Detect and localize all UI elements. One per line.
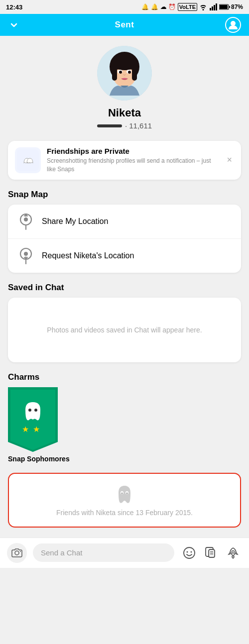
camera-button[interactable] xyxy=(7,543,27,563)
friendship-icon xyxy=(15,147,41,173)
svg-point-18 xyxy=(128,71,131,74)
svg-point-7 xyxy=(231,21,236,26)
svg-text:★: ★ xyxy=(22,425,29,433)
svg-rect-44 xyxy=(209,549,215,557)
wifi-icon xyxy=(199,3,207,10)
page-header: Sent xyxy=(0,14,249,36)
svg-point-36 xyxy=(122,492,123,494)
bitmoji-svg xyxy=(97,46,152,101)
svg-rect-1 xyxy=(212,6,213,10)
snap-map-card: Share My Location Request Niketa's Locat… xyxy=(8,205,241,273)
share-location-icon xyxy=(17,213,35,230)
ghost-svg xyxy=(116,484,133,505)
svg-point-17 xyxy=(119,71,122,74)
svg-point-38 xyxy=(15,551,19,555)
sticker-icon xyxy=(205,546,218,559)
chat-input-placeholder: Send a Chat xyxy=(41,548,82,557)
svg-text:★: ★ xyxy=(33,425,40,433)
signal-icon xyxy=(209,3,217,10)
svg-point-47 xyxy=(232,550,235,553)
svg-point-39 xyxy=(20,551,21,552)
svg-marker-29 xyxy=(10,390,55,450)
charm-badge: ★ ★ xyxy=(8,387,58,452)
request-location-label: Request Niketa's Location xyxy=(42,251,134,260)
svg-rect-3 xyxy=(216,3,217,10)
emoji-icon xyxy=(183,546,196,559)
sticker-button[interactable] xyxy=(202,544,220,562)
svg-point-37 xyxy=(126,492,128,494)
friends-since-text: Friends with Niketa since 13 February 20… xyxy=(56,509,193,517)
charms-section-title: Charms xyxy=(0,372,249,382)
battery-icon: 87% xyxy=(219,3,243,10)
cloud-icon: ☁ xyxy=(160,3,166,10)
profile-section: Niketa · 11,611 xyxy=(0,36,249,136)
request-location-icon xyxy=(17,247,35,265)
svg-point-21 xyxy=(24,217,28,221)
score-bar xyxy=(97,124,122,127)
rocket-icon xyxy=(227,546,240,559)
status-bar: 12:43 🔔 🔔 ☁ ⏰ VoLTE 87% xyxy=(0,0,249,14)
request-location-button[interactable]: Request Niketa's Location xyxy=(8,239,241,273)
profile-name: Niketa xyxy=(108,107,141,119)
friends-since-ghost-icon xyxy=(116,484,133,505)
svg-point-40 xyxy=(184,547,195,558)
share-location-button[interactable]: Share My Location xyxy=(8,205,241,239)
charm-badge-svg: ★ ★ xyxy=(8,387,58,452)
header-title: Sent xyxy=(115,20,134,30)
svg-point-42 xyxy=(191,551,192,552)
svg-point-41 xyxy=(187,551,188,552)
svg-point-14 xyxy=(111,54,138,70)
friendship-description: Screenshotting friendship profiles will … xyxy=(47,157,219,174)
back-button[interactable] xyxy=(8,19,20,31)
chat-input[interactable]: Send a Chat xyxy=(33,543,174,562)
score-value: · 11,611 xyxy=(125,121,152,130)
bottom-bar: Send a Chat xyxy=(0,537,249,568)
svg-point-31 xyxy=(34,409,37,412)
battery-percent: 87% xyxy=(231,3,243,10)
charm-item[interactable]: ★ ★ Snap Sophomores xyxy=(8,387,241,463)
saved-in-chat-card: Photos and videos saved in Chat will app… xyxy=(8,298,241,362)
saved-in-chat-section-title: Saved in Chat xyxy=(0,283,249,293)
friends-since-card: Friends with Niketa since 13 February 20… xyxy=(8,473,241,528)
bottom-actions xyxy=(180,544,242,562)
rocket-button[interactable] xyxy=(224,544,242,562)
share-location-label: Share My Location xyxy=(42,217,108,226)
svg-rect-5 xyxy=(220,5,228,9)
charm-name: Snap Sophomores xyxy=(8,455,70,463)
avatar xyxy=(97,46,152,101)
svg-rect-2 xyxy=(214,5,215,10)
emoji-button[interactable] xyxy=(180,544,198,562)
notification-icon: 🔔 xyxy=(151,3,158,10)
friendship-close-button[interactable]: × xyxy=(225,153,234,167)
volte-label: VoLTE xyxy=(178,3,197,11)
friendship-text-container: Friendships are Private Screenshotting f… xyxy=(47,147,219,174)
alarm-icon: 🔔 xyxy=(141,3,149,10)
camera-icon xyxy=(11,548,22,558)
clock-icon: ⏰ xyxy=(168,3,176,10)
snap-map-section-title: Snap Map xyxy=(0,190,249,200)
svg-rect-6 xyxy=(229,6,230,8)
profile-score: · 11,611 xyxy=(97,121,152,130)
bitmoji-avatar xyxy=(97,46,152,101)
friendship-notice: Friendships are Private Screenshotting f… xyxy=(8,141,241,180)
status-time: 12:43 xyxy=(6,3,22,11)
svg-point-30 xyxy=(28,409,31,412)
svg-point-25 xyxy=(24,252,28,256)
status-icons: 🔔 🔔 ☁ ⏰ VoLTE 87% xyxy=(141,3,243,11)
friendship-title: Friendships are Private xyxy=(47,147,219,155)
saved-empty-message: Photos and videos saved in Chat will app… xyxy=(37,316,212,344)
header-avatar-icon[interactable] xyxy=(225,17,241,33)
svg-rect-0 xyxy=(210,8,211,10)
friendship-image xyxy=(17,149,39,171)
